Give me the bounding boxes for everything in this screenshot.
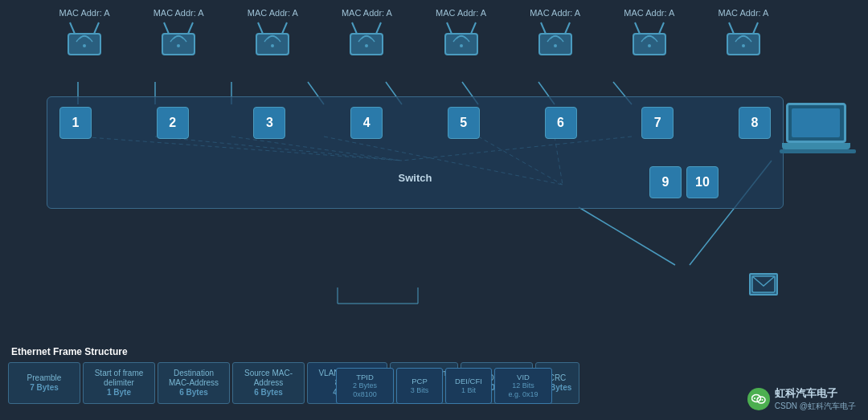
node-4-label: MAC Addr: A [342,8,392,18]
node-8-label: MAC Addr: A [718,8,768,18]
node-5: MAC Addr: A [425,8,497,63]
tpid-detail: 0x8100 [353,390,377,399]
svg-line-37 [447,22,452,34]
svg-line-41 [541,22,546,34]
watermark: 虹科汽车电子 CSDN @虹科汽车电子 [747,386,856,412]
svg-line-30 [282,22,287,34]
device-8-icon [716,21,771,63]
port-2: 2 [157,107,189,139]
vlan-dei: DEI/CFI 1 Bit [445,368,492,404]
frame-field-src: Source MAC-Address 6 Bytes [232,362,305,404]
email-svg [751,275,776,293]
frame-field-preamble: Preamble 7 Bytes [8,362,80,404]
laptop [780,103,852,167]
sfd-name: Start of frame delimiter [88,369,149,388]
port-6: 6 [545,107,577,139]
device-6-icon [528,21,583,63]
svg-point-31 [271,44,274,47]
port-4: 4 [350,107,383,139]
svg-line-49 [729,22,734,34]
svg-point-27 [177,44,180,47]
port-10: 10 [686,166,719,198]
watermark-text-group: 虹科汽车电子 CSDN @虹科汽车电子 [775,386,856,412]
ports-row: 1 2 3 4 5 6 7 8 [59,107,771,139]
nodes-row: MAC Addr: A MAC Addr: A [48,8,780,96]
preamble-name: Preamble [27,373,62,383]
pcp-size: 3 Bits [411,386,429,395]
node-7-label: MAC Addr: A [624,8,674,18]
switch-label: Switch [399,172,432,184]
node-3-label: MAC Addr: A [248,8,298,18]
node-5-label: MAC Addr: A [436,8,486,18]
device-7-icon [622,21,677,63]
laptop-screen-inner [792,108,840,137]
svg-point-23 [83,44,86,47]
svg-point-39 [460,44,463,47]
svg-line-42 [565,22,570,34]
device-2-icon [151,21,206,63]
node-6: MAC Addr: A [519,8,592,63]
svg-line-25 [164,22,169,34]
svg-line-26 [188,22,193,34]
vlan-sub-fields: TPID 2 Bytes 0x8100 PCP 3 Bits DEI/CFI 1… [336,368,552,404]
src-size: 6 Bytes [254,388,283,398]
svg-point-53 [751,394,760,402]
device-4-icon [339,21,394,63]
vid-detail: e.g. 0x19 [508,390,538,399]
dei-name: DEI/CFI [455,377,482,385]
frame-field-sfd: Start of frame delimiter 1 Byte [83,362,155,404]
svg-line-45 [635,22,640,34]
wechat-svg [751,393,766,406]
laptop-screen [786,103,846,143]
port-8: 8 [739,107,771,139]
svg-line-38 [471,22,476,34]
switch-box: 1 2 3 4 5 6 7 8 9 10 Switch [47,96,784,209]
tpid-size: 2 Bytes [353,381,377,390]
node-7: MAC Addr: A [613,8,686,63]
svg-line-50 [753,22,758,34]
laptop-base [782,143,850,149]
port-7: 7 [641,107,674,139]
svg-point-56 [757,398,759,399]
svg-point-43 [554,44,557,47]
src-name: Source MAC-Address [238,369,299,388]
node-6-label: MAC Addr: A [530,8,580,18]
dei-size: 1 Bit [461,386,476,395]
frame-field-dest: Destination MAC-Address 6 Bytes [158,362,230,404]
vlan-vid: VID 12 Bits e.g. 0x19 [494,368,552,404]
svg-line-46 [659,22,664,34]
svg-point-58 [761,399,763,401]
vid-name: VID [517,373,530,381]
brand-sub: CSDN @虹科汽车电子 [775,401,856,412]
vlan-pcp: PCP 3 Bits [396,368,443,404]
dest-size: 6 Bytes [179,388,208,398]
preamble-size: 7 Bytes [30,383,59,393]
node-1: MAC Addr: A [48,8,121,63]
dest-name: Destination MAC-Address [163,369,224,388]
svg-point-51 [742,44,745,47]
device-3-icon [245,21,300,63]
node-2-label: MAC Addr: A [154,8,204,18]
device-5-icon [434,21,489,63]
node-1-label: MAC Addr: A [59,8,110,18]
svg-line-34 [376,22,381,34]
frame-title: Ethernet Frame Structure [11,346,860,357]
node-8: MAC Addr: A [707,8,780,63]
svg-point-47 [648,44,651,47]
svg-point-57 [759,399,760,401]
svg-point-55 [754,398,755,399]
main-container: MAC Addr: A MAC Addr: A [0,0,868,420]
port-1: 1 [59,107,92,139]
port-3: 3 [253,107,285,139]
laptop-base-bottom [780,149,856,153]
sfd-size: 1 Byte [107,388,131,398]
pcp-name: PCP [411,377,428,385]
wechat-icon [747,388,770,410]
port-5: 5 [448,107,480,139]
svg-line-33 [352,22,357,34]
svg-line-15 [579,207,675,265]
node-4: MAC Addr: A [330,8,403,63]
svg-line-21 [70,22,75,34]
vlan-tpid: TPID 2 Bytes 0x8100 [336,368,394,404]
brand-name: 虹科汽车电子 [775,386,856,401]
